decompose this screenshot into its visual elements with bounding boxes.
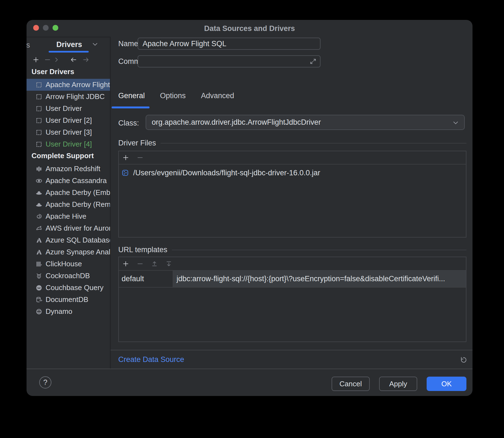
sidebar-toolbar — [27, 53, 110, 67]
sidebar-item-label: User Driver — [46, 104, 82, 113]
sidebar-item-label: Apache Arrow Flight SQL — [46, 80, 110, 89]
class-label: Class: — [118, 119, 146, 127]
driver-files-panel: /Users/evgenii/Downloads/flight-sql-jdbc… — [118, 151, 466, 238]
sidebar-item-label: Amazon Redshift — [46, 165, 100, 173]
sidebar-item-apache-derby-embedded-[interactable]: Apache Derby (Embedded) — [27, 187, 110, 199]
url-templates-header: URL templates — [118, 246, 466, 254]
azure-icon — [35, 249, 43, 256]
sidebar-item-label: User Driver [2] — [46, 116, 92, 125]
sidebar-item-label: DocumentDB — [46, 295, 88, 304]
derby-icon — [35, 201, 43, 208]
user-driver-icon — [35, 129, 43, 136]
tab-data-sources[interactable]: es — [27, 41, 30, 49]
sidebar-item-label: Couchbase Query — [46, 283, 104, 292]
cockroach-icon — [35, 272, 43, 280]
expand-icon[interactable] — [309, 58, 317, 65]
remove-icon[interactable] — [44, 56, 51, 63]
sidebar-item-label: User Driver [3] — [46, 128, 92, 137]
url-template-name[interactable]: default — [119, 271, 173, 287]
sidebar-item-apache-arrow-flight-sql[interactable]: Apache Arrow Flight SQL — [27, 79, 110, 91]
cancel-button[interactable]: Cancel — [332, 377, 370, 391]
remove-icon[interactable] — [136, 154, 144, 161]
move-up-icon[interactable] — [151, 260, 158, 267]
sidebar-item-azure-synapse-analytics[interactable]: Azure Synapse Analytics — [27, 246, 110, 258]
window-title: Data Sources and Drivers — [27, 24, 473, 33]
class-value: org.apache.arrow.driver.jdbc.ArrowFlight… — [152, 118, 321, 127]
sidebar-item-couchbase-query[interactable]: Couchbase Query — [27, 282, 110, 294]
driver-files-header: Driver Files — [118, 139, 466, 147]
title-bar[interactable]: Data Sources and Drivers — [27, 20, 473, 37]
sidebar: es Drivers User DriversApache Arrow Flig… — [27, 37, 111, 369]
add-icon[interactable] — [122, 260, 129, 267]
url-template-row[interactable]: defaultjdbc:arrow-flight-sql://{host}:{p… — [119, 271, 466, 288]
user-driver-icon — [35, 81, 43, 88]
chevron-down-icon — [452, 119, 459, 126]
sidebar-item-azure-sql-database[interactable]: Azure SQL Database — [27, 234, 110, 246]
tab-drivers[interactable]: Drivers — [56, 40, 82, 49]
sidebar-item-label: ClickHouse — [46, 260, 82, 268]
url-templates-toolbar — [119, 257, 466, 271]
class-dropdown[interactable]: org.apache.arrow.driver.jdbc.ArrowFlight… — [146, 115, 465, 130]
remove-icon[interactable] — [136, 260, 144, 267]
sidebar-item-label: Apache Derby (Embedded) — [46, 188, 110, 197]
url-templates-panel: defaultjdbc:arrow-flight-sql://{host}:{p… — [118, 257, 466, 342]
sidebar-item-label: Apache Hive — [46, 212, 86, 221]
sidebar-item-cockroachdb[interactable]: CockroachDB — [27, 270, 110, 282]
sidebar-item-label: Azure SQL Database — [46, 236, 110, 244]
tab-general[interactable]: General — [118, 92, 145, 102]
sidebar-item-label: Dynamo — [46, 307, 72, 316]
active-tab-underline — [112, 106, 149, 108]
arrow-right-icon[interactable] — [82, 56, 90, 63]
divider — [172, 250, 466, 250]
azure-icon — [35, 237, 43, 244]
user-driver-icon — [35, 105, 43, 112]
comment-input[interactable] — [138, 55, 321, 67]
sidebar-item-user-driver-3-[interactable]: User Driver [3] — [27, 126, 110, 138]
add-icon[interactable] — [32, 56, 40, 63]
sidebar-item-user-driver[interactable]: User Driver — [27, 103, 110, 114]
sidebar-item-arrow-flight-jdbc[interactable]: Arrow Flight JDBC — [27, 91, 110, 103]
sidebar-section-header: Complete Support — [27, 152, 110, 160]
sidebar-item-documentdb[interactable]: DocumentDB — [27, 294, 110, 306]
user-driver-icon — [35, 141, 43, 148]
driver-detail-panel: Name: Comment: GeneralOptionsAdvanced Cl… — [111, 37, 473, 369]
dynamo-icon — [35, 308, 43, 315]
derby-icon — [35, 189, 43, 196]
tab-options[interactable]: Options — [160, 92, 186, 102]
apply-button[interactable]: Apply — [379, 377, 417, 391]
move-down-icon[interactable] — [165, 260, 172, 267]
create-data-source-row: Create Data Source — [111, 350, 473, 369]
sidebar-item-apache-cassandra[interactable]: Apache Cassandra — [27, 175, 110, 187]
arrow-left-icon[interactable] — [70, 56, 77, 63]
driver-file-path: /Users/evgenii/Downloads/flight-sql-jdbc… — [133, 169, 320, 177]
sidebar-item-aws-driver-for-aurora-mysql[interactable]: AWS driver for Aurora MySQL — [27, 222, 110, 234]
sidebar-item-apache-hive[interactable]: Apache Hive — [27, 210, 110, 222]
sidebar-item-apache-derby-remote-[interactable]: Apache Derby (Remote) — [27, 199, 110, 210]
chevron-right-icon[interactable] — [53, 56, 60, 63]
sidebar-item-label: CockroachDB — [46, 272, 90, 280]
add-icon[interactable] — [122, 154, 129, 161]
create-data-source-link[interactable]: Create Data Source — [118, 355, 184, 364]
tab-advanced[interactable]: Advanced — [201, 92, 234, 102]
url-template-value[interactable]: jdbc:arrow-flight-sql://{host}:{port}\?u… — [173, 271, 466, 287]
chevron-down-icon[interactable] — [91, 41, 99, 48]
redshift-icon — [35, 165, 43, 173]
clickhouse-icon — [35, 260, 43, 268]
active-tab-underline — [49, 51, 89, 53]
sidebar-item-amazon-redshift[interactable]: Amazon Redshift — [27, 163, 110, 175]
sidebar-item-label: Apache Cassandra — [46, 176, 107, 185]
name-input[interactable] — [138, 38, 321, 50]
user-driver-icon — [35, 117, 43, 124]
aws-icon — [35, 225, 43, 232]
sidebar-item-dynamo[interactable]: Dynamo — [27, 306, 110, 317]
ok-button[interactable]: OK — [427, 377, 466, 391]
sidebar-item-clickhouse[interactable]: ClickHouse — [27, 258, 110, 270]
driver-file-row[interactable]: /Users/evgenii/Downloads/flight-sql-jdbc… — [119, 167, 466, 179]
sidebar-item-user-driver-4-[interactable]: User Driver [4] — [27, 138, 110, 150]
sidebar-item-user-driver-2-[interactable]: User Driver [2] — [27, 114, 110, 126]
sidebar-item-label: Arrow Flight JDBC — [46, 92, 105, 101]
help-button[interactable]: ? — [39, 376, 51, 389]
undo-icon[interactable] — [459, 356, 467, 364]
cassandra-icon — [35, 177, 43, 184]
couchbase-icon — [35, 284, 43, 291]
